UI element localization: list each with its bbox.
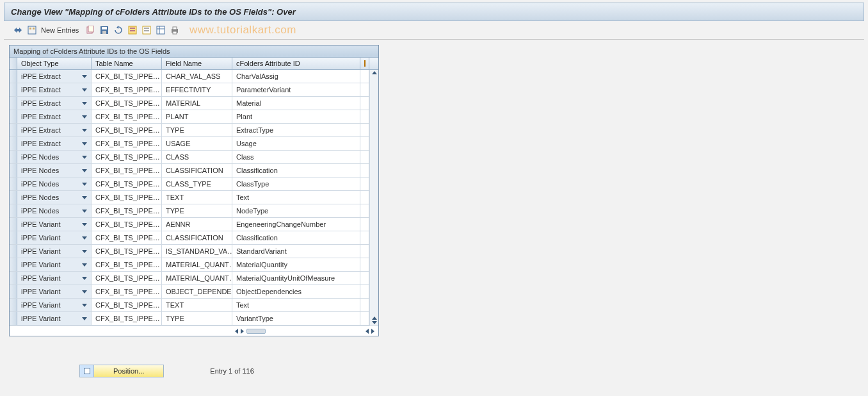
field-name-cell[interactable]: CLASS — [162, 151, 232, 163]
row-selector[interactable] — [10, 124, 17, 136]
field-name-cell[interactable]: TYPE — [162, 124, 232, 136]
table-row[interactable]: iPPE VariantCFX_BI_TS_IPPE…TEXTText — [10, 299, 369, 312]
field-name-cell[interactable]: TYPE — [162, 204, 232, 217]
object-type-dropdown[interactable]: iPPE Extract — [17, 124, 92, 136]
table-row[interactable]: iPPE VariantCFX_BI_TS_IPPE…MATERIAL_QUAN… — [10, 258, 369, 272]
object-type-dropdown[interactable]: iPPE Extract — [17, 83, 92, 96]
scroll-down-icon[interactable] — [372, 321, 377, 324]
table-row[interactable]: iPPE NodesCFX_BI_TS_IPPE…CLASSClass — [10, 151, 369, 164]
row-selector[interactable] — [10, 83, 17, 96]
field-name-cell[interactable]: MATERIAL_QUANT… — [162, 272, 232, 285]
field-name-cell[interactable]: CLASSIFICATION — [162, 231, 232, 244]
undo-icon[interactable] — [113, 25, 124, 35]
row-selector[interactable] — [10, 218, 17, 231]
table-name-cell[interactable]: CFX_BI_TS_IPPE… — [92, 70, 162, 83]
scroll-up-icon[interactable] — [372, 317, 377, 320]
vertical-scrollbar[interactable] — [369, 70, 378, 326]
field-name-cell[interactable]: TEXT — [162, 299, 232, 311]
table-name-cell[interactable]: CFX_BI_TS_IPPE… — [92, 299, 162, 311]
attribute-id-cell[interactable]: Classification — [232, 231, 360, 244]
row-selector[interactable] — [10, 231, 17, 244]
column-header-field-name[interactable]: Field Name — [162, 58, 232, 69]
column-header-table-name[interactable]: Table Name — [92, 58, 162, 69]
row-selector[interactable] — [10, 272, 17, 285]
field-name-cell[interactable]: CHAR_VAL_ASS — [162, 70, 232, 83]
attribute-id-cell[interactable]: ExtractType — [232, 124, 360, 136]
object-type-dropdown[interactable]: iPPE Nodes — [17, 204, 92, 217]
new-entries-button[interactable]: New Entries — [41, 26, 79, 34]
table-row[interactable]: iPPE NodesCFX_BI_TS_IPPE…CLASSIFICATIONC… — [10, 164, 369, 177]
table-name-cell[interactable]: CFX_BI_TS_IPPE… — [92, 110, 162, 123]
scroll-left-icon[interactable] — [235, 329, 238, 334]
table-row[interactable]: iPPE VariantCFX_BI_TS_IPPE…AENNREngeneer… — [10, 218, 369, 231]
table-name-cell[interactable]: CFX_BI_TS_IPPE… — [92, 164, 162, 177]
object-type-dropdown[interactable]: iPPE Nodes — [17, 191, 92, 204]
table-row[interactable]: iPPE VariantCFX_BI_TS_IPPE…TYPEVariantTy… — [10, 312, 369, 326]
attribute-id-cell[interactable]: CharValAssig — [232, 70, 360, 83]
table-row[interactable]: iPPE ExtractCFX_BI_TS_IPPE…USAGEUsage — [10, 137, 369, 151]
row-selector[interactable] — [10, 299, 17, 311]
table-row[interactable]: iPPE ExtractCFX_BI_TS_IPPE…EFFECTIVITYPa… — [10, 83, 369, 97]
scroll-up-icon[interactable] — [372, 71, 377, 74]
table-name-cell[interactable]: CFX_BI_TS_IPPE… — [92, 137, 162, 150]
table-name-cell[interactable]: CFX_BI_TS_IPPE… — [92, 258, 162, 271]
table-name-cell[interactable]: CFX_BI_TS_IPPE… — [92, 245, 162, 258]
table-name-cell[interactable]: CFX_BI_TS_IPPE… — [92, 191, 162, 204]
table-name-cell[interactable]: CFX_BI_TS_IPPE… — [92, 97, 162, 110]
field-name-cell[interactable]: IS_STANDARD_VA… — [162, 245, 232, 258]
deselect-all-icon[interactable] — [141, 25, 152, 35]
row-selector[interactable] — [10, 151, 17, 163]
field-name-cell[interactable]: MATERIAL — [162, 97, 232, 110]
object-type-dropdown[interactable]: iPPE Variant — [17, 312, 92, 325]
attribute-id-cell[interactable]: Classification — [232, 164, 360, 177]
attribute-id-cell[interactable]: Plant — [232, 110, 360, 123]
attribute-id-cell[interactable]: MaterialQuantity — [232, 258, 360, 271]
object-type-dropdown[interactable]: iPPE Variant — [17, 285, 92, 298]
field-name-cell[interactable]: TYPE — [162, 312, 232, 325]
field-name-cell[interactable]: CLASS_TYPE — [162, 177, 232, 190]
save-icon[interactable] — [99, 25, 109, 35]
row-selector[interactable] — [10, 70, 17, 83]
scroll-right-icon[interactable] — [371, 329, 374, 334]
field-name-cell[interactable]: PLANT — [162, 110, 232, 123]
table-name-cell[interactable]: CFX_BI_TS_IPPE… — [92, 83, 162, 96]
field-name-cell[interactable]: TEXT — [162, 191, 232, 204]
object-type-dropdown[interactable]: iPPE Nodes — [17, 164, 92, 177]
object-type-dropdown[interactable]: iPPE Extract — [17, 137, 92, 150]
object-type-dropdown[interactable]: iPPE Variant — [17, 245, 92, 258]
object-type-dropdown[interactable]: iPPE Nodes — [17, 177, 92, 190]
object-type-dropdown[interactable]: iPPE Variant — [17, 218, 92, 231]
table-row[interactable]: iPPE ExtractCFX_BI_TS_IPPE…CHAR_VAL_ASSC… — [10, 70, 369, 83]
object-type-dropdown[interactable]: iPPE Variant — [17, 272, 92, 285]
row-selector[interactable] — [10, 258, 17, 271]
table-name-cell[interactable]: CFX_BI_TS_IPPE… — [92, 231, 162, 244]
horizontal-scrollbar[interactable] — [232, 326, 378, 336]
field-name-cell[interactable]: USAGE — [162, 137, 232, 150]
attribute-id-cell[interactable]: EngeneeringChangeNumber — [232, 218, 360, 231]
table-row[interactable]: iPPE VariantCFX_BI_TS_IPPE…MATERIAL_QUAN… — [10, 272, 369, 285]
row-selector[interactable] — [10, 110, 17, 123]
select-all-icon[interactable] — [127, 25, 138, 35]
object-type-dropdown[interactable]: iPPE Variant — [17, 299, 92, 311]
field-name-cell[interactable]: EFFECTIVITY — [162, 83, 232, 96]
table-row[interactable]: iPPE VariantCFX_BI_TS_IPPE…IS_STANDARD_V… — [10, 245, 369, 258]
table-name-cell[interactable]: CFX_BI_TS_IPPE… — [92, 177, 162, 190]
attribute-id-cell[interactable]: Usage — [232, 137, 360, 150]
field-name-cell[interactable]: AENNR — [162, 218, 232, 231]
row-selector[interactable] — [10, 137, 17, 150]
table-row[interactable]: iPPE ExtractCFX_BI_TS_IPPE…TYPEExtractTy… — [10, 124, 369, 137]
table-row[interactable]: iPPE NodesCFX_BI_TS_IPPE…TEXTText — [10, 191, 369, 204]
expand-icon[interactable] — [27, 25, 37, 35]
object-type-dropdown[interactable]: iPPE Nodes — [17, 151, 92, 163]
position-button[interactable]: Position... — [79, 365, 164, 377]
row-selector[interactable] — [10, 285, 17, 298]
table-row[interactable]: iPPE NodesCFX_BI_TS_IPPE…TYPENodeType — [10, 204, 369, 218]
object-type-dropdown[interactable]: iPPE Extract — [17, 97, 92, 110]
table-name-cell[interactable]: CFX_BI_TS_IPPE… — [92, 124, 162, 136]
table-name-cell[interactable]: CFX_BI_TS_IPPE… — [92, 151, 162, 163]
table-name-cell[interactable]: CFX_BI_TS_IPPE… — [92, 204, 162, 217]
row-selector[interactable] — [10, 177, 17, 190]
row-selector[interactable] — [10, 245, 17, 258]
object-type-dropdown[interactable]: iPPE Variant — [17, 231, 92, 244]
object-type-dropdown[interactable]: iPPE Extract — [17, 110, 92, 123]
